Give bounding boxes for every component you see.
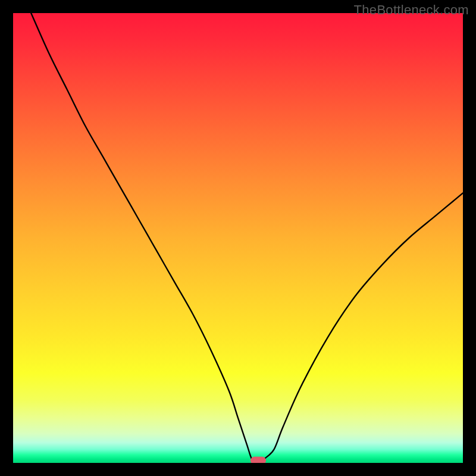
plot-area: [13, 13, 463, 463]
optimal-point-marker: [250, 457, 266, 464]
watermark-text: TheBottleneck.com: [354, 2, 469, 18]
bottleneck-curve: [13, 13, 463, 463]
chart-frame: TheBottleneck.com: [0, 0, 476, 476]
